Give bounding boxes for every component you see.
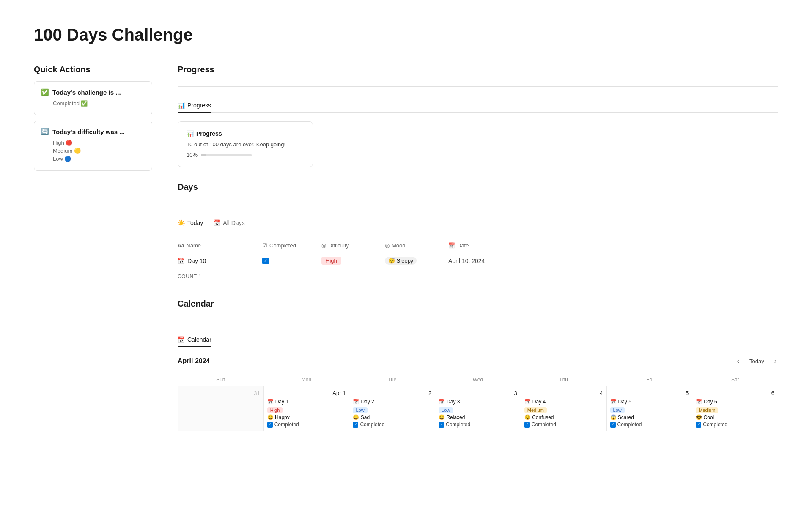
- day-header-wed: Wed: [435, 373, 521, 386]
- progress-divider: [178, 86, 778, 87]
- cal-day-icon: 📅: [439, 399, 445, 405]
- row-name: 📅 Day 10: [178, 258, 262, 264]
- all-days-tab-icon: 📅: [213, 219, 220, 226]
- challenge-icon: ✅: [41, 88, 49, 96]
- row-mood: 😴 Sleepy: [385, 257, 448, 265]
- difficulty-badge: High: [321, 257, 341, 265]
- cal-day-2-completed: ✓ Completed: [353, 422, 431, 428]
- calendar-cell-apr4[interactable]: 4 📅 Day 4 Medium 😵 Confused ✓: [521, 386, 606, 431]
- progress-fill: [201, 154, 206, 156]
- quick-actions-panel: Quick Actions ✅ Today's challenge is ...…: [34, 65, 152, 431]
- cal-day-4-name: 📅 Day 4: [524, 399, 603, 405]
- completed-checkbox[interactable]: ✓: [262, 258, 269, 264]
- cal-day-6-mood: 😎 Cool: [696, 414, 774, 420]
- cal-day-5-mood: 😱 Scared: [610, 414, 689, 420]
- cal-day-6-name: 📅 Day 6: [696, 399, 774, 405]
- difficulty-high: High 🔴: [53, 140, 145, 146]
- difficulty-badge: Medium: [524, 407, 547, 413]
- difficulty-card[interactable]: 🔄 Today's difficulty was ... High 🔴 Medi…: [34, 121, 152, 171]
- difficulty-medium: Medium 🟡: [53, 148, 145, 154]
- cal-check: ✓: [524, 422, 530, 428]
- day-header-mon: Mon: [263, 373, 349, 386]
- col-header-date: 📅 Date: [448, 242, 778, 249]
- cal-day-1-difficulty: High: [267, 406, 346, 414]
- days-section-title: Days: [178, 182, 778, 192]
- calendar-cell-apr5[interactable]: 5 📅 Day 5 Low 😱 Scared ✓ Comp: [606, 386, 692, 431]
- day-header-tue: Tue: [349, 373, 435, 386]
- tab-calendar[interactable]: 📅 Calendar: [178, 333, 211, 347]
- cal-day-2-name: 📅 Day 2: [353, 399, 431, 405]
- progress-tab-bar: 📊 Progress: [178, 99, 778, 113]
- cal-check: ✓: [353, 422, 358, 428]
- calendar-month-title: April 2024: [178, 357, 210, 365]
- cal-day-3-difficulty: Low: [439, 406, 517, 414]
- tab-today[interactable]: ☀️ Today: [178, 216, 203, 230]
- cal-check: ✓: [696, 422, 701, 428]
- prev-month-button[interactable]: ‹: [735, 356, 741, 367]
- calendar-grid: Sun Mon Tue Wed Thu Fri Sat 31: [178, 373, 778, 431]
- cal-day-1-mood: 😀 Happy: [267, 414, 346, 420]
- col-header-name: Aa Name: [178, 242, 262, 249]
- days-tab-bar: ☀️ Today 📅 All Days: [178, 216, 778, 230]
- progress-description: 10 out of 100 days are over. Keep going!: [187, 141, 304, 148]
- cal-day-6-completed: ✓ Completed: [696, 422, 774, 428]
- calendar-section: Calendar 📅 Calendar April 2024 ‹ Today ›: [178, 299, 778, 431]
- day-icon: 📅: [178, 258, 185, 264]
- row-date: April 10, 2024: [448, 258, 778, 264]
- right-panel: Progress 📊 Progress 📊 Progress 10 out of…: [178, 65, 778, 431]
- cal-day-5-completed: ✓ Completed: [610, 422, 689, 428]
- cell-date: 3: [439, 390, 517, 396]
- cal-day-4-difficulty: Medium: [524, 406, 603, 414]
- cell-date: Apr 1: [267, 390, 346, 396]
- cal-day-2-difficulty: Low: [353, 406, 431, 414]
- cal-day-4-completed: ✓ Completed: [524, 422, 603, 428]
- calendar-nav: ‹ Today ›: [735, 356, 778, 367]
- progress-tab-icon: 📊: [178, 102, 185, 109]
- calendar-tab-bar: 📅 Calendar: [178, 333, 778, 347]
- cal-day-icon: 📅: [524, 399, 531, 405]
- calendar-cell-mar31: 31: [178, 386, 264, 431]
- days-divider: [178, 204, 778, 204]
- progress-card: 📊 Progress 10 out of 100 days are over. …: [178, 121, 313, 167]
- cal-day-3-completed: ✓ Completed: [439, 422, 517, 428]
- cell-date: 5: [610, 390, 689, 396]
- difficulty-badge: High: [267, 407, 283, 413]
- row-completed: ✓: [262, 258, 321, 264]
- day-header-sun: Sun: [178, 373, 264, 386]
- days-section: Days ☀️ Today 📅 All Days Aa Name: [178, 182, 778, 284]
- calendar-row-1: 31 Apr 1 📅 Day 1 High 😀: [178, 386, 778, 431]
- challenge-card[interactable]: ✅ Today's challenge is ... Completed ✅: [34, 81, 152, 115]
- difficulty-card-title: 🔄 Today's difficulty was ...: [41, 128, 145, 135]
- progress-card-title: 📊 Progress: [187, 130, 304, 137]
- difficulty-icon: 🔄: [41, 128, 49, 135]
- cal-day-icon: 📅: [696, 399, 702, 405]
- tab-progress[interactable]: 📊 Progress: [178, 99, 211, 113]
- progress-bar-row: 10%: [187, 152, 304, 158]
- calendar-cell-apr3[interactable]: 3 📅 Day 3 Low 😆 Relaxed ✓ Com: [435, 386, 521, 431]
- row-difficulty: High: [321, 257, 385, 265]
- day-header-sat: Sat: [692, 373, 778, 386]
- today-nav-button[interactable]: Today: [746, 356, 768, 366]
- tab-all-days[interactable]: 📅 All Days: [213, 216, 244, 230]
- cal-day-1-name: 📅 Day 1: [267, 399, 346, 405]
- page-title: 100 Days Challenge: [34, 25, 778, 44]
- progress-percent: 10%: [187, 152, 198, 158]
- progress-track: [201, 154, 252, 156]
- mood-pill: 😴 Sleepy: [385, 257, 417, 265]
- next-month-button[interactable]: ›: [773, 356, 778, 367]
- cell-date: 6: [696, 390, 774, 396]
- table-row: 📅 Day 10 ✓ High 😴 Sleepy April 10, 2024: [178, 252, 778, 269]
- cal-day-icon: 📅: [267, 399, 274, 405]
- cal-day-1-completed: ✓ Completed: [267, 422, 346, 428]
- cal-day-icon: 📅: [610, 399, 617, 405]
- difficulty-badge: Low: [439, 407, 453, 413]
- calendar-tab-icon: 📅: [178, 336, 185, 343]
- difficulty-badge: Low: [610, 407, 625, 413]
- challenge-card-title: ✅ Today's challenge is ...: [41, 88, 145, 96]
- difficulty-low: Low 🔵: [53, 156, 145, 162]
- cal-check: ✓: [439, 422, 444, 428]
- calendar-cell-apr6[interactable]: 6 📅 Day 6 Medium 😎 Cool ✓ Com: [692, 386, 778, 431]
- calendar-cell-apr2[interactable]: 2 📅 Day 2 Low 😄 Sad ✓ Complet: [349, 386, 435, 431]
- calendar-cell-apr1[interactable]: Apr 1 📅 Day 1 High 😀 Happy ✓: [263, 386, 349, 431]
- progress-card-icon: 📊: [187, 130, 194, 137]
